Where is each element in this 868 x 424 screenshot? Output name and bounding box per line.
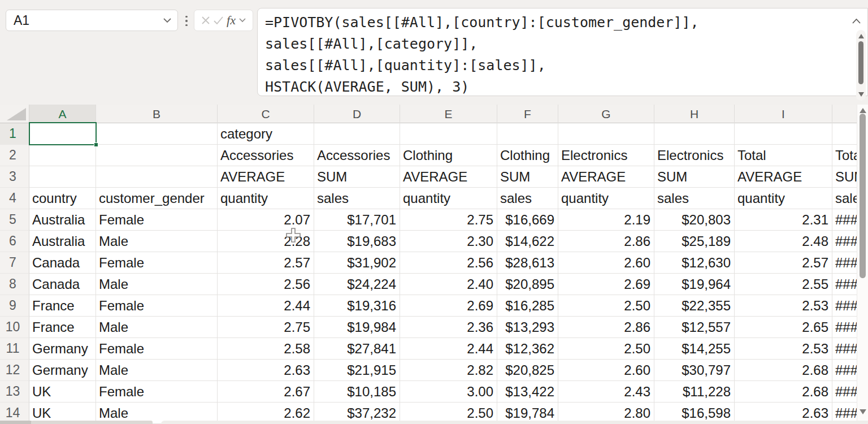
cell-C11[interactable]: 2.58 — [218, 338, 314, 360]
cell-G13[interactable]: 2.43 — [558, 381, 654, 403]
column-header-C[interactable]: C — [218, 105, 314, 123]
collapse-formula-bar-icon[interactable] — [850, 16, 862, 25]
column-header-G[interactable]: G — [558, 105, 654, 123]
cell-A8[interactable]: Canada — [29, 274, 96, 295]
cell-D7[interactable]: $31,902 — [314, 252, 400, 274]
chevron-down-icon[interactable] — [163, 18, 172, 23]
cell-G12[interactable]: 2.60 — [558, 360, 654, 381]
row-header-6[interactable]: 6 — [0, 231, 29, 252]
cell-G6[interactable]: 2.86 — [558, 231, 654, 252]
cell-G9[interactable]: 2.50 — [558, 295, 654, 317]
row-header-2[interactable]: 2 — [0, 145, 29, 166]
drag-handle-icon[interactable] — [182, 14, 191, 28]
cell-A11[interactable]: Germany — [29, 338, 96, 360]
cell-E12[interactable]: 2.82 — [400, 360, 497, 381]
cell-C3[interactable]: AVERAGE — [218, 166, 314, 188]
enter-check-icon[interactable] — [214, 16, 223, 24]
cell-G3[interactable]: AVERAGE — [558, 166, 654, 188]
cell-C8[interactable]: 2.56 — [218, 274, 314, 295]
cell-G2[interactable]: Electronics — [558, 145, 654, 166]
row-header-12[interactable]: 12 — [0, 360, 29, 381]
scroll-down-icon[interactable] — [858, 92, 864, 97]
cell-A5[interactable]: Australia — [29, 209, 96, 231]
cell-B1[interactable] — [96, 123, 218, 145]
cell-E5[interactable]: 2.75 — [400, 209, 497, 231]
insert-function-button[interactable]: fx — [227, 13, 236, 28]
cell-D2[interactable]: Accessories — [314, 145, 400, 166]
cell-H10[interactable]: $12,557 — [654, 317, 735, 338]
cell-D4[interactable]: sales — [314, 188, 400, 209]
cell-B2[interactable] — [96, 145, 218, 166]
row-header-1[interactable]: 1 — [0, 123, 29, 145]
cell-I13[interactable]: 2.68 — [735, 381, 832, 403]
cell-C10[interactable]: 2.75 — [218, 317, 314, 338]
cell-A2[interactable] — [29, 145, 96, 166]
cell-C1[interactable]: category — [218, 123, 314, 145]
cell-H7[interactable]: $12,630 — [654, 252, 735, 274]
cell-E10[interactable]: 2.36 — [400, 317, 497, 338]
cell-B10[interactable]: Male — [96, 317, 218, 338]
cell-I11[interactable]: 2.53 — [735, 338, 832, 360]
cell-D9[interactable]: $19,316 — [314, 295, 400, 317]
cell-E3[interactable]: AVERAGE — [400, 166, 497, 188]
row-header-3[interactable]: 3 — [0, 166, 29, 188]
cell-G7[interactable]: 2.60 — [558, 252, 654, 274]
row-header-5[interactable]: 5 — [0, 209, 29, 231]
cell-A1[interactable] — [29, 123, 96, 145]
column-header-H[interactable]: H — [654, 105, 735, 123]
cell-E7[interactable]: 2.56 — [400, 252, 497, 274]
name-box[interactable]: A1 — [6, 10, 178, 31]
scroll-down-icon[interactable] — [860, 409, 866, 414]
cell-I12[interactable]: 2.68 — [735, 360, 832, 381]
column-header-E[interactable]: E — [400, 105, 497, 123]
cell-H5[interactable]: $20,803 — [654, 209, 735, 231]
cell-H12[interactable]: $30,797 — [654, 360, 735, 381]
column-header-A[interactable]: A — [29, 105, 96, 123]
cell-D1[interactable] — [314, 123, 400, 145]
cell-E11[interactable]: 2.44 — [400, 338, 497, 360]
cell-H2[interactable]: Electronics — [654, 145, 735, 166]
cell-B13[interactable]: Female — [96, 381, 218, 403]
cell-B6[interactable]: Male — [96, 231, 218, 252]
cell-E6[interactable]: 2.30 — [400, 231, 497, 252]
row-header-7[interactable]: 7 — [0, 252, 29, 274]
cell-F3[interactable]: SUM — [497, 166, 558, 188]
column-header-D[interactable]: D — [314, 105, 400, 123]
cell-A6[interactable]: Australia — [29, 231, 96, 252]
cell-I5[interactable]: 2.31 — [735, 209, 832, 231]
cell-I1[interactable] — [735, 123, 832, 145]
vertical-scrollbar-thumb[interactable] — [860, 114, 866, 278]
cell-A3[interactable] — [29, 166, 96, 188]
row-header-8[interactable]: 8 — [0, 274, 29, 295]
cell-B11[interactable]: Female — [96, 338, 218, 360]
cell-I2[interactable]: Total — [735, 145, 832, 166]
cell-B7[interactable]: Female — [96, 252, 218, 274]
cell-E8[interactable]: 2.40 — [400, 274, 497, 295]
cell-G5[interactable]: 2.19 — [558, 209, 654, 231]
cell-B9[interactable]: Female — [96, 295, 218, 317]
cell-D12[interactable]: $21,915 — [314, 360, 400, 381]
scroll-up-icon[interactable] — [860, 108, 866, 113]
formula-bar-scrollbar[interactable] — [856, 30, 866, 101]
cell-C7[interactable]: 2.57 — [218, 252, 314, 274]
cell-G1[interactable] — [558, 123, 654, 145]
column-header-F[interactable]: F — [497, 105, 558, 123]
cell-D5[interactable]: $17,701 — [314, 209, 400, 231]
cell-I6[interactable]: 2.48 — [735, 231, 832, 252]
cell-F1[interactable] — [497, 123, 558, 145]
cell-A9[interactable]: France — [29, 295, 96, 317]
cell-A12[interactable]: Germany — [29, 360, 96, 381]
cell-A10[interactable]: France — [29, 317, 96, 338]
cell-A13[interactable]: UK — [29, 381, 96, 403]
cell-F8[interactable]: $20,895 — [497, 274, 558, 295]
cell-D11[interactable]: $27,841 — [314, 338, 400, 360]
cell-I9[interactable]: 2.53 — [735, 295, 832, 317]
cell-F4[interactable]: sales — [497, 188, 558, 209]
cell-H6[interactable]: $25,189 — [654, 231, 735, 252]
horizontal-scrollbar[interactable] — [0, 420, 868, 424]
cell-H11[interactable]: $14,255 — [654, 338, 735, 360]
cell-H3[interactable]: SUM — [654, 166, 735, 188]
cell-G10[interactable]: 2.86 — [558, 317, 654, 338]
cell-D3[interactable]: SUM — [314, 166, 400, 188]
vertical-scrollbar[interactable] — [857, 105, 868, 424]
